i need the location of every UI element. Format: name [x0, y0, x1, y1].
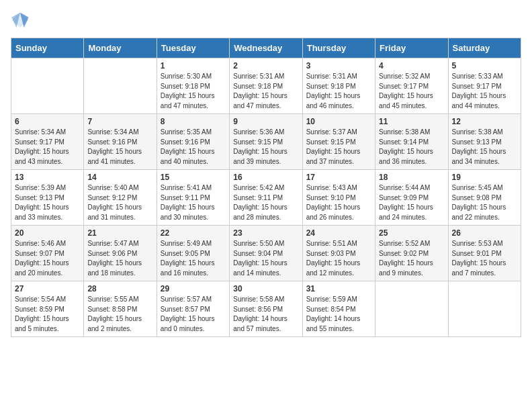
day-info: Sunrise: 5:35 AM Sunset: 9:16 PM Dayligh…	[161, 128, 226, 167]
day-info: Sunrise: 5:49 AM Sunset: 9:05 PM Dayligh…	[161, 239, 226, 278]
day-number: 15	[161, 173, 226, 182]
calendar-cell: 8Sunrise: 5:35 AM Sunset: 9:16 PM Daylig…	[157, 114, 229, 170]
day-number: 22	[161, 228, 226, 238]
day-info: Sunrise: 5:47 AM Sunset: 9:06 PM Dayligh…	[87, 239, 152, 278]
calendar-cell	[448, 281, 521, 337]
day-number: 4	[379, 61, 444, 71]
day-info: Sunrise: 5:31 AM Sunset: 9:18 PM Dayligh…	[233, 72, 298, 111]
calendar-cell: 30Sunrise: 5:58 AM Sunset: 8:56 PM Dayli…	[230, 281, 302, 337]
day-info: Sunrise: 5:53 AM Sunset: 9:01 PM Dayligh…	[452, 239, 517, 278]
week-row-1: 1Sunrise: 5:30 AM Sunset: 9:18 PM Daylig…	[11, 58, 521, 114]
calendar-cell: 29Sunrise: 5:57 AM Sunset: 8:57 PM Dayli…	[157, 281, 229, 337]
week-row-4: 20Sunrise: 5:46 AM Sunset: 9:07 PM Dayli…	[11, 226, 521, 281]
day-number: 7	[87, 117, 152, 126]
day-number: 30	[233, 284, 298, 293]
day-number: 10	[306, 117, 371, 126]
day-number: 14	[87, 173, 152, 182]
day-number: 5	[452, 61, 517, 71]
day-number: 24	[306, 228, 371, 238]
day-number: 8	[161, 117, 226, 126]
day-info: Sunrise: 5:45 AM Sunset: 9:08 PM Dayligh…	[452, 183, 517, 222]
day-number: 13	[15, 173, 80, 182]
day-number: 28	[87, 284, 152, 293]
week-row-5: 27Sunrise: 5:54 AM Sunset: 8:59 PM Dayli…	[11, 281, 521, 337]
day-number: 29	[161, 284, 226, 293]
calendar-cell: 31Sunrise: 5:59 AM Sunset: 8:54 PM Dayli…	[302, 281, 375, 337]
day-number: 26	[452, 228, 517, 238]
day-number: 16	[233, 173, 298, 182]
day-number: 23	[233, 228, 298, 238]
day-number: 17	[306, 173, 371, 182]
calendar-cell: 3Sunrise: 5:31 AM Sunset: 9:18 PM Daylig…	[302, 58, 375, 114]
day-info: Sunrise: 5:52 AM Sunset: 9:02 PM Dayligh…	[379, 239, 444, 278]
day-info: Sunrise: 5:43 AM Sunset: 9:10 PM Dayligh…	[306, 183, 371, 222]
day-number: 18	[379, 173, 444, 182]
day-info: Sunrise: 5:41 AM Sunset: 9:11 PM Dayligh…	[161, 183, 226, 222]
day-number: 11	[379, 117, 444, 126]
day-info: Sunrise: 5:42 AM Sunset: 9:11 PM Dayligh…	[233, 183, 298, 222]
day-number: 25	[379, 228, 444, 238]
day-info: Sunrise: 5:54 AM Sunset: 8:59 PM Dayligh…	[15, 295, 80, 334]
header-friday: Friday	[375, 38, 448, 58]
day-info: Sunrise: 5:38 AM Sunset: 9:13 PM Dayligh…	[452, 128, 517, 167]
day-number: 3	[306, 61, 371, 71]
calendar-cell: 26Sunrise: 5:53 AM Sunset: 9:01 PM Dayli…	[448, 226, 521, 281]
day-info: Sunrise: 5:55 AM Sunset: 8:58 PM Dayligh…	[87, 295, 152, 334]
calendar-cell: 6Sunrise: 5:34 AM Sunset: 9:17 PM Daylig…	[11, 114, 84, 170]
calendar-cell: 22Sunrise: 5:49 AM Sunset: 9:05 PM Dayli…	[157, 226, 229, 281]
day-info: Sunrise: 5:34 AM Sunset: 9:17 PM Dayligh…	[15, 128, 80, 167]
day-info: Sunrise: 5:39 AM Sunset: 9:13 PM Dayligh…	[15, 183, 80, 222]
day-info: Sunrise: 5:31 AM Sunset: 9:18 PM Dayligh…	[306, 72, 371, 111]
day-number: 12	[452, 117, 517, 126]
day-info: Sunrise: 5:36 AM Sunset: 9:15 PM Dayligh…	[233, 128, 298, 167]
calendar-cell: 23Sunrise: 5:50 AM Sunset: 9:04 PM Dayli…	[230, 226, 302, 281]
calendar-cell: 9Sunrise: 5:36 AM Sunset: 9:15 PM Daylig…	[230, 114, 302, 170]
calendar-cell: 7Sunrise: 5:34 AM Sunset: 9:16 PM Daylig…	[84, 114, 157, 170]
calendar-cell: 25Sunrise: 5:52 AM Sunset: 9:02 PM Dayli…	[375, 226, 448, 281]
day-number: 20	[15, 228, 80, 238]
calendar-cell	[84, 58, 157, 114]
calendar-cell: 13Sunrise: 5:39 AM Sunset: 9:13 PM Dayli…	[11, 170, 84, 226]
day-info: Sunrise: 5:51 AM Sunset: 9:03 PM Dayligh…	[306, 239, 371, 278]
day-info: Sunrise: 5:46 AM Sunset: 9:07 PM Dayligh…	[15, 239, 80, 278]
calendar-cell: 17Sunrise: 5:43 AM Sunset: 9:10 PM Dayli…	[302, 170, 375, 226]
day-info: Sunrise: 5:38 AM Sunset: 9:14 PM Dayligh…	[379, 128, 444, 167]
calendar-cell: 10Sunrise: 5:37 AM Sunset: 9:15 PM Dayli…	[302, 114, 375, 170]
day-number: 31	[306, 284, 371, 293]
calendar-cell: 5Sunrise: 5:33 AM Sunset: 9:17 PM Daylig…	[448, 58, 521, 114]
day-info: Sunrise: 5:33 AM Sunset: 9:17 PM Dayligh…	[452, 72, 517, 111]
header-sunday: Sunday	[11, 38, 84, 58]
calendar-cell	[375, 281, 448, 337]
calendar-header-row: SundayMondayTuesdayWednesdayThursdayFrid…	[11, 38, 521, 58]
calendar-cell: 21Sunrise: 5:47 AM Sunset: 9:06 PM Dayli…	[84, 226, 157, 281]
page-header	[11, 11, 521, 30]
header-tuesday: Tuesday	[157, 38, 229, 58]
day-info: Sunrise: 5:44 AM Sunset: 9:09 PM Dayligh…	[379, 183, 444, 222]
day-info: Sunrise: 5:32 AM Sunset: 9:17 PM Dayligh…	[379, 72, 444, 111]
header-monday: Monday	[84, 38, 157, 58]
day-number: 6	[15, 117, 80, 126]
day-number: 9	[233, 117, 298, 126]
day-info: Sunrise: 5:50 AM Sunset: 9:04 PM Dayligh…	[233, 239, 298, 278]
day-number: 2	[233, 61, 298, 71]
calendar-cell: 24Sunrise: 5:51 AM Sunset: 9:03 PM Dayli…	[302, 226, 375, 281]
calendar-cell: 19Sunrise: 5:45 AM Sunset: 9:08 PM Dayli…	[448, 170, 521, 226]
day-info: Sunrise: 5:37 AM Sunset: 9:15 PM Dayligh…	[306, 128, 371, 167]
calendar-cell: 20Sunrise: 5:46 AM Sunset: 9:07 PM Dayli…	[11, 226, 84, 281]
header-thursday: Thursday	[302, 38, 375, 58]
day-info: Sunrise: 5:58 AM Sunset: 8:56 PM Dayligh…	[233, 295, 298, 334]
day-number: 21	[87, 228, 152, 238]
day-info: Sunrise: 5:40 AM Sunset: 9:12 PM Dayligh…	[87, 183, 152, 222]
calendar-table: SundayMondayTuesdayWednesdayThursdayFrid…	[11, 38, 521, 337]
header-wednesday: Wednesday	[230, 38, 302, 58]
day-info: Sunrise: 5:59 AM Sunset: 8:54 PM Dayligh…	[306, 295, 371, 334]
day-number: 1	[161, 61, 226, 71]
calendar-cell: 11Sunrise: 5:38 AM Sunset: 9:14 PM Dayli…	[375, 114, 448, 170]
calendar-cell: 16Sunrise: 5:42 AM Sunset: 9:11 PM Dayli…	[230, 170, 302, 226]
calendar-cell	[11, 58, 84, 114]
calendar-cell: 15Sunrise: 5:41 AM Sunset: 9:11 PM Dayli…	[157, 170, 229, 226]
day-info: Sunrise: 5:57 AM Sunset: 8:57 PM Dayligh…	[161, 295, 226, 334]
logo-icon	[11, 11, 30, 30]
header-saturday: Saturday	[448, 38, 521, 58]
week-row-3: 13Sunrise: 5:39 AM Sunset: 9:13 PM Dayli…	[11, 170, 521, 226]
